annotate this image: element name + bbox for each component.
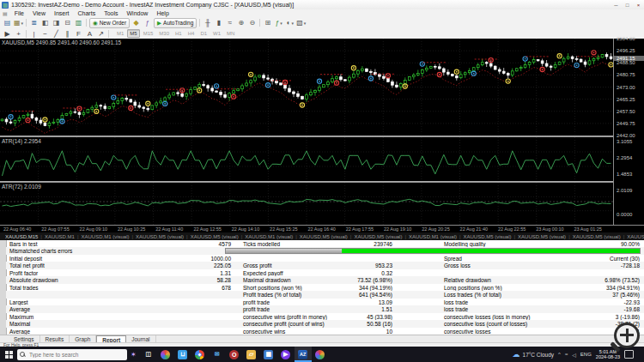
menu-charts[interactable]: Charts: [74, 10, 100, 16]
menu-tools[interactable]: Tools: [100, 10, 122, 16]
timeframe-m1-button[interactable]: M1: [114, 29, 126, 38]
price-axis-column[interactable]: 2504.002496.252488.502480.752473.002465.…: [613, 39, 644, 225]
vertical-line-icon[interactable]: |: [28, 29, 39, 39]
crosshair-icon[interactable]: +: [13, 29, 24, 39]
mail-app-icon[interactable]: ✉: [209, 347, 226, 362]
tray-network-icon[interactable]: ≈: [565, 352, 568, 357]
tray-chevron-icon[interactable]: ^: [558, 352, 561, 357]
timeframe-m15-button[interactable]: M15: [141, 29, 156, 38]
indicator1-window[interactable]: ATR(14) 2.2954: [0, 137, 613, 181]
main-chart-canvas[interactable]: [0, 39, 613, 136]
investaz-terminal-icon[interactable]: AZ: [295, 347, 312, 362]
chart-window-tab[interactable]: XAUUSD,M1 (visual): [406, 234, 459, 239]
expert-advisors-icon[interactable]: ƒ: [142, 18, 153, 27]
indicator2-axis-label: 2.0109: [614, 188, 644, 193]
minimize-button[interactable]: ─: [611, 0, 622, 9]
calculator-app-icon[interactable]: ▦: [260, 347, 277, 362]
timeframe-mn-button[interactable]: MN: [224, 29, 237, 38]
maximize-button[interactable]: □: [622, 0, 633, 9]
terminal-icon[interactable]: ⊟: [62, 18, 73, 27]
report-value: 6.98% (73.52): [530, 277, 640, 283]
report-label: profit trade: [243, 299, 270, 305]
main-chart-window[interactable]: XAUUSD,M5 2490.85 2491.40 2490.60 2491.1…: [0, 39, 613, 136]
search-input[interactable]: [27, 351, 117, 359]
tile-windows-icon[interactable]: ⊞: [262, 18, 273, 27]
arrow-objects-icon[interactable]: ↗: [95, 29, 106, 39]
fibonacci-icon[interactable]: F: [73, 29, 84, 39]
copilot-icon[interactable]: ✶: [131, 351, 137, 359]
chart-window-tab[interactable]: XAUUSD,M5 (visual): [133, 234, 186, 239]
report-value: 45 (33.98): [319, 314, 392, 320]
photos-app-icon[interactable]: [157, 347, 174, 362]
indicators-icon[interactable]: ƒ▾: [273, 18, 284, 27]
taskbar-search[interactable]: [17, 349, 127, 360]
tray-volume-icon[interactable]: ◁: [572, 352, 576, 358]
timeframe-h4-button[interactable]: H4: [185, 29, 197, 38]
navigator-icon[interactable]: ◨: [51, 18, 62, 27]
strategy-tester-icon[interactable]: ▥: [73, 18, 84, 27]
profiles-icon[interactable]: ▦▾: [13, 18, 24, 27]
timeframe-w1-button[interactable]: W1: [210, 29, 223, 38]
browser-app-icon[interactable]: O: [226, 347, 243, 362]
periods-icon[interactable]: ◐▾: [284, 18, 295, 27]
channel-icon[interactable]: ∥: [62, 29, 73, 39]
chart-window-tab[interactable]: XAUUSD,M5 (visual): [461, 234, 514, 239]
timeframe-m30-button[interactable]: M30: [156, 29, 172, 38]
new-order-button[interactable]: ◉New Order: [89, 18, 130, 28]
line-chart-icon[interactable]: ≈: [224, 18, 235, 27]
timeframe-h1-button[interactable]: H1: [173, 29, 185, 38]
report-value: 73.52 (6.98%): [319, 277, 392, 283]
toolbar-separator: [26, 19, 27, 27]
timeframe-m5-button[interactable]: M5: [127, 29, 139, 38]
chart-window-tab[interactable]: XAUUSD,M15: [3, 234, 40, 239]
autotrading-button[interactable]: ▶AutoTrading: [154, 18, 197, 28]
menu-help[interactable]: Help: [152, 10, 173, 16]
media-player-icon[interactable]: ▶: [277, 347, 295, 362]
data-window-icon[interactable]: ◧: [39, 18, 51, 27]
trendline-icon[interactable]: ╱: [51, 29, 62, 39]
language-indicator[interactable]: ENG: [580, 352, 592, 357]
chart-window-tab[interactable]: XAUUSD,M5 (visual): [515, 234, 568, 239]
file-explorer-icon[interactable]: ▱: [243, 347, 260, 362]
close-button[interactable]: ×: [633, 0, 644, 9]
report-value: 1.51: [319, 306, 392, 312]
market-watch-icon[interactable]: ≣: [28, 18, 39, 27]
report-label: consecutive profit (count of wins): [243, 321, 325, 327]
indicator2-window[interactable]: ATR(72) 2.0109: [0, 183, 613, 225]
chart-region[interactable]: XAUUSD,M5 2490.85 2491.40 2490.60 2491.1…: [0, 39, 644, 232]
bar-chart-icon[interactable]: ╫: [202, 18, 213, 27]
templates-icon[interactable]: ▧▾: [295, 18, 307, 27]
store-app-icon[interactable]: ⊔: [174, 347, 191, 362]
chart-window-tab[interactable]: XAUUSD,M5 (visual): [351, 234, 404, 239]
cursor-icon[interactable]: ▶: [2, 29, 13, 39]
menu-window[interactable]: Window: [122, 10, 152, 16]
chart-window-tab[interactable]: XAUUSD,M15 (visual): [624, 234, 644, 239]
timeframe-d1-button[interactable]: D1: [197, 29, 210, 38]
paint-app-icon[interactable]: [312, 347, 329, 362]
chart-window-tab[interactable]: XAUUSD,M1 (visual): [78, 234, 131, 239]
chart-window-tab[interactable]: XAUUSD,M5 (visual): [570, 234, 623, 239]
text-label-icon[interactable]: A: [84, 29, 95, 39]
new-chart-icon[interactable]: ▤: [2, 18, 13, 27]
candlestick-chart-icon[interactable]: ▮: [213, 18, 224, 27]
chart-window-tab[interactable]: XAUUSD,M1: [42, 234, 77, 239]
weather-widget[interactable]: ☁ 17°C Cloudy: [513, 350, 555, 359]
metatrader-window: ▥ 1305292: InvestAZ-Demo - Demo Account …: [0, 0, 644, 362]
zoom-overlay-icon[interactable]: [609, 323, 641, 355]
chart-window-tab[interactable]: XAUUSD,M5 (visual): [188, 234, 241, 239]
indicator1-canvas[interactable]: [0, 137, 613, 181]
chart-window-tab[interactable]: XAUUSD,M5 (visual): [297, 234, 350, 239]
horizontal-line-icon[interactable]: −: [39, 29, 51, 39]
menu-insert[interactable]: Insert: [50, 10, 74, 16]
zoom-in-icon[interactable]: ⊕: [235, 18, 246, 27]
chrome-icon[interactable]: [191, 347, 209, 362]
zoom-out-icon[interactable]: ⊖: [246, 18, 258, 27]
start-button[interactable]: [0, 347, 17, 362]
report-label: consecutive loss (count of losses): [444, 321, 527, 327]
menu-view[interactable]: View: [28, 10, 50, 16]
task-view-icon[interactable]: ◫: [140, 347, 157, 362]
chart-window-tab[interactable]: XAUUSD,M1 (visual): [242, 234, 295, 239]
menu-file[interactable]: File: [10, 10, 28, 16]
indicator2-canvas[interactable]: [0, 183, 613, 225]
metaeditor-icon[interactable]: ◆: [131, 18, 142, 27]
